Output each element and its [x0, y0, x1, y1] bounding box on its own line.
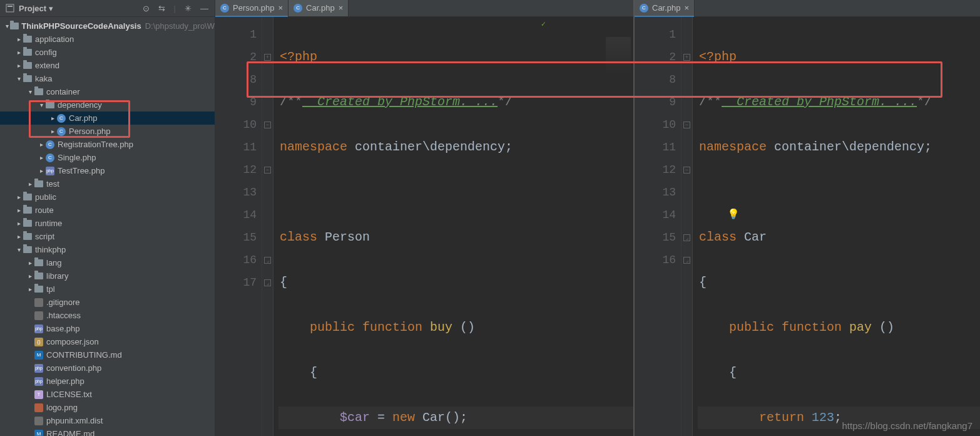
tree-item[interactable]: .gitignore	[0, 296, 215, 309]
fold-end-icon[interactable]: ⌟	[264, 279, 271, 286]
sidebar-header: Project ▾ ⊙ ⇆ | ✳ —	[0, 0, 215, 17]
json-icon: {}	[34, 338, 43, 346]
folder-icon	[23, 62, 32, 69]
png-icon	[34, 403, 43, 412]
php-open: <?php	[280, 49, 317, 64]
tree-item[interactable]: phpbase.php	[0, 322, 215, 335]
md-icon: M	[34, 351, 43, 360]
fold-end-icon[interactable]: ⌟	[264, 257, 271, 264]
tree-item[interactable]: ▸phpTestTree.php	[0, 164, 215, 177]
tab[interactable]: CPerson.php×	[215, 0, 288, 16]
code-right[interactable]: <?php /** Created by PhpStorm. ...*/ nam…	[693, 17, 980, 436]
tree-item[interactable]: ▾container	[0, 85, 215, 98]
close-icon[interactable]: ×	[278, 3, 283, 13]
tree-item[interactable]: ▸test	[0, 177, 215, 190]
fold-gutter-left: +−−⌟⌟	[262, 17, 273, 436]
fold-collapse-icon[interactable]: −	[264, 167, 271, 174]
project-tree[interactable]: ▾ThinkPHPSourceCodeAnalysisD:\phpstudy_p…	[0, 17, 215, 436]
code-left[interactable]: <?php /** Created by PhpStorm. ...*/ nam…	[273, 17, 633, 436]
tree-item[interactable]: TLICENSE.txt	[0, 388, 215, 401]
folder-icon	[34, 259, 43, 266]
fold-collapse-icon[interactable]: −	[683, 122, 690, 128]
close-icon[interactable]: ×	[339, 3, 344, 13]
php-class-icon: C	[293, 4, 302, 13]
tree-item[interactable]: ▸runtime	[0, 217, 215, 230]
tree-item[interactable]: ▸extend	[0, 59, 215, 72]
fold-end-icon[interactable]: ⌟	[683, 234, 690, 241]
tree-item[interactable]: ▸config	[0, 46, 215, 59]
minimap[interactable]	[606, 37, 631, 75]
txt-icon: T	[34, 390, 43, 399]
tree-item[interactable]: phpconvention.php	[0, 361, 215, 375]
tree-item[interactable]: ▸CPerson.php	[0, 125, 215, 138]
fold-collapse-icon[interactable]: −	[683, 167, 690, 174]
svg-rect-1	[8, 6, 13, 7]
php-class-icon: C	[46, 153, 54, 162]
tree-item[interactable]: .htaccess	[0, 309, 215, 322]
folder-icon	[23, 220, 32, 227]
fold-collapse-icon[interactable]: −	[264, 122, 271, 128]
locate-icon[interactable]: ⊙	[141, 3, 151, 14]
folder-icon	[23, 194, 32, 200]
tree-item[interactable]: ▸CSingle.php	[0, 151, 215, 164]
file-icon	[34, 311, 43, 320]
tree-root[interactable]: ▾ThinkPHPSourceCodeAnalysisD:\phpstudy_p…	[0, 19, 215, 33]
fold-gutter-right: +−−⌟⌟	[681, 17, 693, 436]
fold-end-icon[interactable]: ⌟	[683, 257, 690, 264]
tree-item[interactable]: ▸lang	[0, 256, 215, 269]
php-class-icon: C	[46, 140, 54, 149]
tree-item[interactable]: phpunit.xml.dist	[0, 414, 215, 427]
minimize-icon[interactable]: —	[199, 3, 210, 14]
tree-item[interactable]: ▾thinkphp	[0, 243, 215, 256]
php-file-icon: php	[46, 167, 54, 175]
php-file-icon: php	[34, 364, 43, 373]
fold-expand-icon[interactable]: +	[264, 54, 271, 61]
tree-item[interactable]: ▸CRegistrationTree.php	[0, 138, 215, 151]
chevron-down-icon[interactable]: ▾	[49, 4, 53, 13]
md-icon: M	[34, 430, 43, 437]
gutter-right: 128910111213141516	[635, 17, 681, 436]
folder-icon	[34, 272, 43, 279]
tree-item[interactable]: phphelper.php	[0, 375, 215, 388]
php-file-icon: php	[34, 377, 43, 386]
folder-icon	[23, 246, 32, 253]
tree-item[interactable]: ▸library	[0, 269, 215, 283]
tree-item[interactable]: ▸application	[0, 33, 215, 46]
folder-icon	[23, 75, 32, 82]
svg-rect-0	[6, 4, 14, 12]
change-marker-icon: ✓	[541, 13, 546, 36]
tree-item[interactable]: MCONTRIBUTING.md	[0, 348, 215, 361]
tab[interactable]: CCar.php×	[635, 0, 695, 16]
php-class-icon: C	[57, 127, 66, 136]
bulb-icon[interactable]: 💡	[727, 204, 740, 226]
tab[interactable]: CCar.php×	[288, 0, 349, 16]
fold-expand-icon[interactable]: +	[683, 54, 690, 61]
folder-icon	[23, 49, 32, 56]
tree-item[interactable]: ▾kaka	[0, 72, 215, 85]
sidebar-title[interactable]: Project	[19, 4, 46, 13]
tree-item[interactable]: MREADME.md	[0, 427, 215, 436]
gear-icon[interactable]: ✳	[183, 3, 193, 14]
folder-icon	[34, 88, 43, 95]
file-icon	[34, 298, 43, 307]
tree-item[interactable]: ▾dependency	[0, 98, 215, 112]
tabbar-right: CCar.php×	[635, 0, 980, 17]
folder-icon	[23, 36, 32, 43]
editor-right: CCar.php× 128910111213141516 +−−⌟⌟ <?php…	[635, 0, 980, 436]
tree-item[interactable]: {}composer.json	[0, 335, 215, 348]
close-icon[interactable]: ×	[685, 3, 690, 13]
project-sidebar: Project ▾ ⊙ ⇆ | ✳ — ▾ThinkPHPSourceCodeA…	[0, 0, 215, 436]
folder-icon	[23, 207, 32, 214]
tree-item[interactable]: ▸CCar.php	[0, 112, 215, 125]
tree-item[interactable]: ▸tpl	[0, 283, 215, 296]
php-file-icon: php	[34, 324, 43, 333]
tree-item[interactable]: ▸route	[0, 204, 215, 217]
tree-item[interactable]: ▸public	[0, 190, 215, 204]
folder-icon	[34, 180, 43, 187]
tree-item[interactable]: ▸script	[0, 230, 215, 243]
folder-icon	[23, 233, 32, 240]
divider-icon: |	[173, 3, 177, 14]
tree-item[interactable]: logo.png	[0, 401, 215, 414]
tabbar-left: CPerson.php×CCar.php×	[215, 0, 633, 17]
expand-icon[interactable]: ⇆	[157, 3, 166, 14]
